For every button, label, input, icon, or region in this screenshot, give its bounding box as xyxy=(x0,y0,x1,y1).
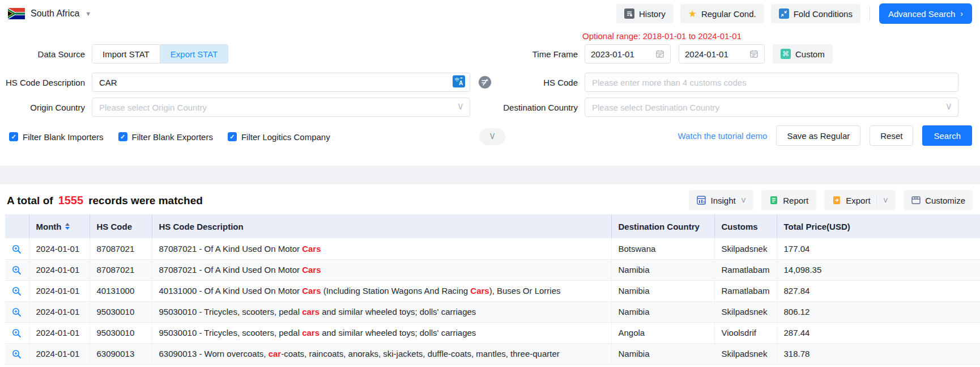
view-detail-search-icon[interactable] xyxy=(12,244,22,254)
svg-text:A: A xyxy=(459,80,463,86)
origin-country-select[interactable]: Please select Origin Country ᐯ xyxy=(92,98,470,117)
hs-desc-input[interactable]: CAR 中A xyxy=(92,73,470,92)
header-hs-code: HS Code xyxy=(90,214,152,238)
hs-desc-value: CAR xyxy=(99,78,117,87)
date-to-input[interactable]: 2024-01-01 xyxy=(679,44,765,64)
row-detail-cell xyxy=(5,322,29,343)
reset-button[interactable]: Reset xyxy=(870,125,913,146)
country-name: South Africa xyxy=(31,9,79,19)
translate-icon[interactable]: 中A xyxy=(453,75,465,90)
caret-up-icon xyxy=(65,223,70,226)
hs-code-placeholder: Please enter more than 4 customs codes xyxy=(592,78,747,87)
destination-country-label: Destination Country xyxy=(493,103,578,112)
results-actions: BI Insight ᐯ Report Export ᐯ Customize xyxy=(689,190,973,210)
cell-destination-country: Namibia xyxy=(611,343,714,364)
view-detail-search-icon[interactable] xyxy=(12,265,22,275)
total-suffix: records were matched xyxy=(88,195,203,207)
export-label: Export xyxy=(846,196,870,205)
header-customs: Customs xyxy=(714,214,777,238)
export-button[interactable]: Export ᐯ xyxy=(824,190,896,210)
custom-range-button[interactable]: ⌘ Custom xyxy=(773,44,833,64)
cell-customs: Ramatlabam xyxy=(714,259,777,280)
sort-icons[interactable] xyxy=(65,223,70,230)
form-actions: Watch the tutorial demo Save as Regular … xyxy=(678,126,972,145)
search-button[interactable]: Search xyxy=(922,125,972,146)
chevron-down-icon: ᐯ xyxy=(947,103,951,111)
data-source-label: Data Source xyxy=(0,49,85,59)
filter-blank-exporters-checkbox[interactable]: Filter Blank Exporters xyxy=(118,132,213,142)
divider xyxy=(876,195,877,206)
fold-icon xyxy=(779,9,789,19)
cell-hs-code: 63090013 xyxy=(90,343,152,364)
cell-month: 2024-01-01 xyxy=(29,238,90,259)
history-button[interactable]: History xyxy=(616,4,674,23)
cell-customs: Ramatlabam xyxy=(714,280,777,301)
cell-description: 95030010 - Tricycles, scooters, pedal ca… xyxy=(152,301,611,322)
save-as-regular-button[interactable]: Save as Regular xyxy=(776,125,860,146)
cell-hs-code: 95030010 xyxy=(90,322,152,343)
chevron-down-icon: ᐯ xyxy=(742,197,746,204)
cell-destination-country: Botswana xyxy=(611,238,714,259)
filter-logitics-company-label: Filter Logitics Company xyxy=(241,132,330,142)
row-detail-cell xyxy=(5,280,29,301)
hs-code-row: HS Code Please enter more than 4 customs… xyxy=(493,73,958,92)
filter-blank-importers-checkbox[interactable]: Filter Blank Importers xyxy=(9,132,104,142)
tutorial-demo-link[interactable]: Watch the tutorial demo xyxy=(678,131,768,141)
checkbox-icon xyxy=(118,132,127,141)
advanced-search-label: Advanced Search xyxy=(888,9,955,19)
table-row[interactable]: 2024-01-01 63090013 63090013 - Worn over… xyxy=(5,343,980,364)
header-total-price: Total Price(USD) xyxy=(777,214,980,238)
table-row[interactable]: 2024-01-01 87087021 87087021 - Of A Kind… xyxy=(5,238,980,259)
cell-total-price: 806.12 xyxy=(777,301,980,322)
export-icon xyxy=(832,196,841,205)
report-button[interactable]: Report xyxy=(761,190,816,210)
keyword-options-icon[interactable] xyxy=(478,75,492,89)
customize-button[interactable]: Customize xyxy=(904,190,973,210)
header-hs-code-description: HS Code Description xyxy=(152,214,611,238)
optional-range-text: Optional range: 2018-01-01 to 2024-01-01 xyxy=(582,31,742,41)
date-to-value: 2024-01-01 xyxy=(685,49,728,59)
origin-country-placeholder: Please select Origin Country xyxy=(99,103,207,112)
import-stat-tab[interactable]: Import STAT xyxy=(92,45,160,63)
chevron-down-icon[interactable]: ᐯ xyxy=(884,197,888,204)
table-row[interactable]: 2024-01-01 95030010 95030010 - Tricycles… xyxy=(5,322,980,343)
country-selector[interactable]: South Africa ▼ xyxy=(8,8,91,19)
chevron-right-icon: › xyxy=(960,9,963,18)
cell-month: 2024-01-01 xyxy=(29,301,90,322)
cell-destination-country: Namibia xyxy=(611,259,714,280)
chevron-down-icon: ᐯ xyxy=(490,133,495,141)
cell-total-price: 318.78 xyxy=(777,343,980,364)
export-stat-tab[interactable]: Export STAT xyxy=(160,45,228,63)
view-detail-search-icon[interactable] xyxy=(12,307,22,317)
filter-checkbox-row: Filter Blank Importers Filter Blank Expo… xyxy=(9,127,330,146)
hs-code-label: HS Code xyxy=(493,78,578,87)
hs-code-input[interactable]: Please enter more than 4 customs codes xyxy=(585,73,958,92)
header-month[interactable]: Month xyxy=(29,214,90,238)
checkbox-icon xyxy=(228,132,237,141)
collapse-conditions-button[interactable]: ᐯ xyxy=(479,128,505,145)
regular-cond-button[interactable]: ★ Regular Cond. xyxy=(680,4,764,23)
cell-customs: Vioolsdrif xyxy=(714,322,777,343)
view-detail-search-icon[interactable] xyxy=(12,349,22,359)
date-from-input[interactable]: 2023-01-01 xyxy=(585,44,671,64)
table-body: 2024-01-01 87087021 87087021 - Of A Kind… xyxy=(5,238,980,364)
table-row[interactable]: 2024-01-01 95030010 95030010 - Tricycles… xyxy=(5,301,980,322)
filter-logitics-company-checkbox[interactable]: Filter Logitics Company xyxy=(228,132,330,142)
results-table: Month HS Code HS Code Description Destin… xyxy=(5,214,980,365)
results-bar: A total of 1555 records were matched BI … xyxy=(0,188,980,213)
fold-conditions-button[interactable]: Fold Conditions xyxy=(771,4,860,23)
table-row[interactable]: 2024-01-01 87087021 87087021 - Of A Kind… xyxy=(5,259,980,280)
cell-destination-country: Namibia xyxy=(611,301,714,322)
calendar-icon xyxy=(749,49,759,58)
header-month-label: Month xyxy=(36,222,62,231)
caret-down-icon xyxy=(65,227,70,230)
view-detail-search-icon[interactable] xyxy=(12,286,22,296)
table-row[interactable]: 2024-01-01 40131000 40131000 - Of A Kind… xyxy=(5,280,980,301)
insight-button[interactable]: BI Insight ᐯ xyxy=(689,190,753,210)
view-detail-search-icon[interactable] xyxy=(12,328,22,338)
row-detail-cell xyxy=(5,343,29,364)
advanced-search-button[interactable]: Advanced Search › xyxy=(879,3,972,24)
cell-total-price: 177.04 xyxy=(777,238,980,259)
total-prefix: A total of xyxy=(7,195,53,207)
destination-country-select[interactable]: Please select Destination Country ᐯ xyxy=(585,98,958,117)
